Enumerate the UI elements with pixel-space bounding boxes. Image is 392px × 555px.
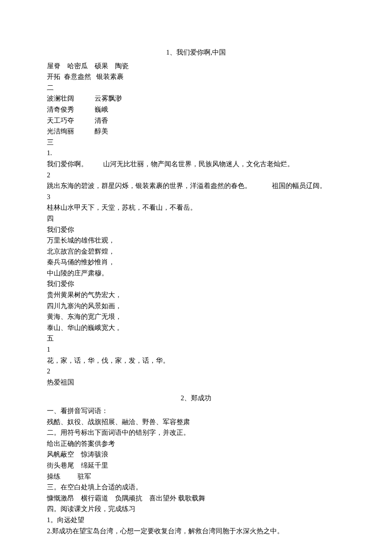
- text-line: 1.: [47, 147, 345, 159]
- text-line: 街头巷尾 绵延千里: [47, 460, 345, 471]
- text-line: 三。在空白处填上合适的成语。: [47, 482, 345, 493]
- text-line: 四。阅读课文片段，完成练习: [47, 503, 345, 515]
- text-line: 泰山、华山的巍峨宽大 。: [47, 322, 345, 333]
- text-line: 三: [47, 137, 345, 148]
- text-line: 贵州黄果树的气势宏大，: [47, 289, 345, 301]
- text-line: 黄海、东海的宽广无垠，: [47, 311, 345, 322]
- text-line: 风帆蔽空 惊涛骇浪: [47, 449, 345, 460]
- text-line: 四: [47, 213, 345, 224]
- text-line: 2.郑成功在望宝岛台湾，心想一定要收复台湾，解救台湾同胞于水深火热之中。: [47, 526, 345, 537]
- text-line: 光洁绚丽 醇美: [47, 126, 345, 137]
- text-line: 清奇俊秀 巍峨: [47, 104, 345, 115]
- text-line: 五: [47, 333, 345, 344]
- text-line: 万里长城的雄伟壮观，: [47, 235, 345, 246]
- text-line: 天工巧夺 清香: [47, 115, 345, 126]
- text-line: 3: [47, 191, 345, 202]
- text-line: 中山陵的庄严肃穆。: [47, 268, 345, 279]
- text-line: 1: [47, 344, 345, 355]
- text-line: 屋脊 哈密瓜 硕果 陶瓷: [47, 61, 345, 72]
- text-line: 我们爱你: [47, 278, 345, 289]
- text-line: 开拓 春意盎然 银装素裹: [47, 71, 345, 82]
- text-line: 给出正确的答案供参考: [47, 438, 345, 449]
- text-line: 慷慨激昂 横行霸道 负隅顽抗 喜出望外 载歌载舞: [47, 493, 345, 504]
- text-line: 我们爱你啊。 山河无比壮丽，物产闻名世界，民族风物迷人，文化古老灿烂。: [47, 159, 345, 170]
- text-line: 2: [47, 366, 345, 377]
- text-line: 跳出东海的碧波，群星闪烁，银装素裹的世界，洋溢着盎然的春色。 祖国的幅员辽阔。: [47, 180, 345, 191]
- text-line: 1。向远处望: [47, 515, 345, 526]
- text-line: 秦兵马俑的惟妙惟肖，: [47, 257, 345, 268]
- text-line: 2: [47, 170, 345, 181]
- text-line: 操练 驻军: [47, 471, 345, 482]
- text-line: 热爱祖国: [47, 377, 345, 388]
- text-line: 四川九寨沟的风景如画，: [47, 301, 345, 312]
- text-line: 我们爱你: [47, 224, 345, 235]
- section1-title: 1、我们爱你啊,中国: [47, 47, 345, 58]
- text-line: 波澜壮阔 云雾飘渺: [47, 93, 345, 104]
- section2-title: 2、郑成功: [47, 393, 345, 404]
- document-page: 1、我们爱你啊,中国 屋脊 哈密瓜 硕果 陶瓷 开拓 春意盎然 银装素裹 二 波…: [0, 0, 392, 555]
- text-line: 花，家，话，华，伐，家，发，话，华。: [47, 355, 345, 366]
- text-line: 残酷、奴役、战旗招展、融洽、野兽、军容整肃: [47, 416, 345, 428]
- text-line: 一、看拼音写词语：: [47, 405, 345, 416]
- text-line: 二: [47, 82, 345, 93]
- text-line: 北京故宫的金碧辉煌，: [47, 246, 345, 257]
- text-line: 桂林山水甲天下，天堂，苏杭，不看山，不看岳。: [47, 202, 345, 213]
- text-line: 二。用符号标出下面词语中的错别字，并改正。: [47, 427, 345, 438]
